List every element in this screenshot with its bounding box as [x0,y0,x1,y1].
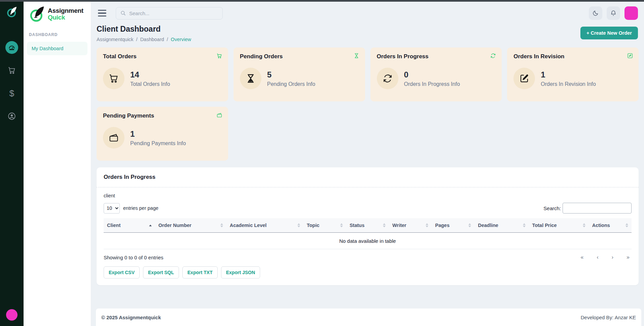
cart-icon [216,53,222,59]
rail-brand-logo[interactable] [5,5,19,19]
dark-mode-toggle-button[interactable] [589,6,602,20]
table-search-label: Search: [543,205,561,211]
breadcrumb-root[interactable]: Assignmentquick [97,37,134,42]
rail-profile-item[interactable] [5,110,18,123]
column-header-order-number[interactable]: Order Number [155,218,226,233]
global-search-box [116,7,223,20]
stat-card-info: Pending Orders Info [267,81,315,87]
brand-line-1: Assignment [48,7,83,14]
top-header [91,2,644,20]
table-footer: Showing 0 to 0 of 0 entries « ‹ › » [97,249,639,262]
pagination: « ‹ › » [581,254,632,260]
page-title-row: Client Dashboard Assignmentquick / Dashb… [91,20,644,42]
create-new-order-button[interactable]: + Create New Order [580,27,638,39]
sidebar-section-label: DASHBOARD [24,26,91,40]
hourglass-icon [354,53,359,59]
brand-wordmark: Assignment Quick [48,7,83,21]
entries-per-page-select[interactable]: 10 [104,203,120,214]
page-title: Client Dashboard [97,25,191,34]
stat-card-info: Orders In Progress Info [404,81,460,87]
hamburger-menu-button[interactable] [97,8,108,18]
column-header-client[interactable]: Client [104,218,155,233]
entries-per-page-label: entries per page [123,205,158,211]
rail-dashboard-item[interactable] [5,41,18,54]
cart-icon [103,68,124,89]
wallet-icon [216,112,222,118]
stat-card-body: 1 Pending Payments Info [103,127,222,149]
stat-card-value: 14 [130,70,170,79]
sidebar-item-label: My Dashboard [32,46,63,51]
notifications-button[interactable] [607,6,620,20]
stat-card-body: 1 Orders In Revision Info [513,68,632,89]
hourglass-icon [240,68,261,89]
stat-card-info: Total Orders Info [130,81,170,87]
column-header-actions[interactable]: Actions [589,218,632,233]
column-header-deadline[interactable]: Deadline [474,218,529,233]
page-footer: © 2025 Assignmentquick Developed By: Anz… [96,308,641,326]
stat-card-value: 5 [267,70,315,79]
column-header-topic[interactable]: Topic [303,218,346,233]
edit-icon [627,53,633,59]
rail-orders-item[interactable] [5,64,18,77]
stat-card-value: 1 [541,70,596,79]
cart-icon [7,66,16,75]
pagination-next-button[interactable]: › [612,254,613,260]
export-buttons: Export CSV Export SQL Export TXT Export … [97,262,639,285]
column-header-academic-level[interactable]: Academic Level [226,218,303,233]
stat-card-info: Pending Payments Info [130,140,186,146]
brand-line-2: Quick [48,14,83,21]
showing-entries-text: Showing 0 to 0 of 0 entries [104,255,164,260]
column-header-total-price[interactable]: Total Price [529,218,589,233]
stat-card-body: 0 Orders In Progress Info [377,68,496,89]
breadcrumb: Assignmentquick / Dashboard / Overview [97,37,191,42]
orders-table: Client Order Number Academic Level Topic… [104,218,632,249]
column-header-status[interactable]: Status [346,218,389,233]
sidebar-brand-logo[interactable]: Assignment Quick [24,3,91,26]
stat-card-value: 0 [404,70,460,79]
search-icon [120,10,126,16]
user-avatar[interactable] [624,6,638,20]
pagination-last-button[interactable]: » [627,254,630,260]
pagination-prev-button[interactable]: ‹ [597,254,598,260]
stat-card-total-orders: Total Orders 14 Total Orders Info [97,47,228,101]
brand-quill-icon [28,5,46,23]
stat-card-orders-in-revision: Orders In Revision 1 Orders In Revision … [507,47,639,101]
footer-developer-credit: Developed By: Anzar KE [581,315,636,320]
footer-copyright: © 2025 Assignmentquick [101,315,161,320]
sidebar: Assignment Quick DASHBOARD My Dashboard [24,0,91,326]
rail-nav: $ [5,41,18,123]
stat-card-title: Orders In Progress [377,53,496,60]
pagination-first-button[interactable]: « [581,254,584,260]
stat-cards-row-2: Pending Payments 1 Pending Payments Info [91,107,644,166]
table-search-input[interactable] [563,203,632,214]
export-json-button[interactable]: Export JSON [221,266,260,279]
stat-card-title: Pending Payments [103,112,222,119]
sidebar-item-my-dashboard[interactable]: My Dashboard [27,42,87,55]
dollar-icon: $ [9,88,14,99]
breadcrumb-dashboard[interactable]: Dashboard [140,37,164,42]
export-sql-button[interactable]: Export SQL [143,266,179,279]
gauge-icon [8,43,16,52]
stat-card-pending-payments: Pending Payments 1 Pending Payments Info [97,107,228,161]
stat-card-body: 5 Pending Orders Info [240,68,359,89]
global-search-input[interactable] [129,10,218,16]
edit-icon [513,68,535,89]
sort-icon [583,223,585,227]
column-header-writer[interactable]: Writer [389,218,432,233]
sort-icon [468,223,471,227]
table-header-row: Client Order Number Academic Level Topic… [104,218,632,233]
sort-icon [220,223,223,227]
header-actions [589,6,638,20]
bell-icon [610,10,617,17]
export-txt-button[interactable]: Export TXT [182,266,218,279]
stat-card-body: 14 Total Orders Info [103,68,222,89]
export-csv-button[interactable]: Export CSV [104,266,140,279]
panel-title: Orders In Progress [97,167,639,188]
breadcrumb-separator: / [136,37,138,42]
rail-bottom-pink-button[interactable] [6,309,17,321]
column-header-pages[interactable]: Pages [432,218,474,233]
wallet-icon [103,127,124,149]
breadcrumb-separator: / [167,37,168,42]
rail-payments-item[interactable]: $ [5,87,18,100]
table-controls: client 10 entries per page Search: [97,188,639,217]
